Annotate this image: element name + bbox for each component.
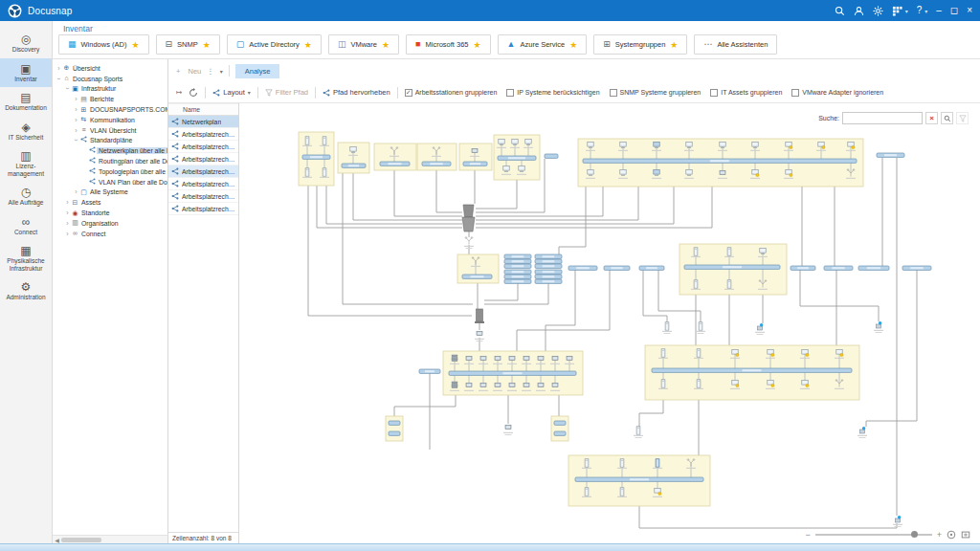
tree-item-organisation[interactable]: ›▥Organisation [53,218,167,229]
sidebar-item-alle-auftr-ge[interactable]: ◷Alle Aufträge [0,182,52,211]
checkbox-icon[interactable] [610,89,617,97]
favorite-star-icon[interactable]: ★ [382,40,390,50]
sidebar-item-administration[interactable]: ⚙Administration [0,276,52,306]
checkbox-it-assets-gruppieren[interactable]: IT Assets gruppieren [710,89,782,97]
tree-item-vlan-bersicht[interactable]: ›≡VLAN Übersicht [53,125,167,136]
wizard-systemgruppen[interactable]: ⊞Systemgruppen★ [593,34,687,55]
checkbox-arbeitsstationen-gruppieren[interactable]: ✓Arbeitsstationen gruppieren [405,89,498,97]
tree-item-netzwerkplan-ber-alle-dom-nen[interactable]: Netzwerkplan über alle Domänen [53,145,167,156]
expander-icon[interactable]: › [64,199,71,206]
refresh-icon[interactable] [189,88,198,98]
expander-icon[interactable]: › [73,127,79,134]
tree-item-connect[interactable]: ›∞Connect [53,229,167,239]
expander-icon[interactable]: › [64,231,71,237]
zoom-slider[interactable] [815,534,932,536]
expander-icon[interactable]: › [64,209,71,216]
tree-item-standardpl-ne[interactable]: ›Standardpläne [53,136,167,146]
analyse-tab[interactable]: Analyse [235,64,280,78]
expander-icon[interactable]: › [56,65,62,72]
favorite-star-icon[interactable]: ★ [131,40,139,50]
plan-row-arbeitsplatzrechne[interactable]: Arbeitsplatzrechne... [168,190,238,203]
tree-item-vlan-plan-ber-alle-dom-nen[interactable]: VLAN Plan über alle Domänen [53,177,167,187]
expander-icon[interactable]: › [64,220,71,227]
search-input[interactable] [842,112,923,124]
tree-item-berichte[interactable]: ›▤Berichte [53,94,167,104]
wizard-vmware[interactable]: ◫VMware★ [328,34,399,55]
tree-item-topologieplan-ber-alle-dom-nen[interactable]: Topologieplan über alle Domänen [53,166,167,177]
checkbox-icon[interactable] [710,89,718,97]
plan-row-arbeitsplatzrechne[interactable]: Arbeitsplatzrechne... [168,141,238,153]
settings-gear-icon[interactable] [873,6,883,16]
user-icon[interactable] [854,6,864,16]
sidebar-item-it-sicherheit[interactable]: ◈IT Sicherheit [0,117,52,146]
zoom-in-button[interactable]: + [937,531,942,540]
checkbox-icon[interactable] [791,89,799,97]
tree-item-kommunikation[interactable]: ›⇆Kommunikation [53,115,167,125]
wizard-windows-ad[interactable]: ▦Windows (AD)★ [58,34,149,55]
close-icon[interactable]: × [967,6,972,15]
zoom-out-button[interactable]: − [805,531,810,540]
expander-icon[interactable]: › [64,85,71,92]
tree-horizontal-scrollbar[interactable]: ◀ [53,535,168,543]
tree-item-standorte[interactable]: ›◉Standorte [53,208,167,218]
wizard-active-directory[interactable]: ▢Active Directory★ [227,34,322,55]
favorite-star-icon[interactable]: ★ [203,40,211,50]
diagram-canvas[interactable]: Suche: × − + [239,103,980,543]
wizard-snmp[interactable]: ⊟SNMP★ [156,34,220,55]
minimize-icon[interactable]: – [936,6,942,15]
fit-to-window-icon[interactable] [961,530,970,540]
scrollbar-thumb[interactable] [61,538,101,542]
pfad-hervorheben-button[interactable]: Pfad hervorheben [323,88,390,97]
plan-row-arbeitsplatzrechne[interactable]: Arbeitsplatzrechne... [168,128,238,141]
checkbox-icon[interactable] [506,89,514,97]
maximize-icon[interactable]: ◻ [950,6,958,15]
checkbox-vmware-adapter-ignorieren[interactable]: VMware Adapter ignorieren [791,89,883,97]
tree-item-docusnap-sports[interactable]: ›⌂Docusnap Sports [53,74,167,84]
sidebar-item-discovery[interactable]: ◎Discovery [0,29,52,58]
expand-icon[interactable]: ↦ [176,88,182,97]
wizard-azure-service[interactable]: ▲Azure Service★ [498,34,588,55]
network-plan-diagram[interactable] [239,103,980,543]
expander-icon[interactable]: › [73,188,79,195]
expander-icon[interactable]: › [73,137,79,143]
more-menu-button[interactable]: ⋮ [207,67,214,76]
sidebar-item-connect[interactable]: ∞Connect [0,211,52,241]
help-icon[interactable]: ? [917,6,923,15]
help-caret-icon[interactable]: ▾ [924,8,927,14]
tree-item-routingplan-ber-alle-dom-nen[interactable]: Routingplan über alle Domänen [53,156,167,166]
tree-item-infrastruktur[interactable]: ›▣Infrastruktur [53,84,167,95]
favorite-star-icon[interactable]: ★ [474,40,481,50]
plan-row-arbeitsplatzrechne[interactable]: Arbeitsplatzrechne... [168,165,238,178]
expander-icon[interactable]: › [73,117,79,123]
run-search-button[interactable] [941,112,953,124]
layout-button[interactable]: Layout▾ [212,88,251,97]
apps-grid-icon[interactable] [892,6,902,16]
plan-row-arbeitsplatzrechne[interactable]: Arbeitsplatzrechne... [168,203,238,215]
expander-icon[interactable]: › [73,106,79,113]
favorite-star-icon[interactable]: ★ [304,40,312,50]
wizard-alle-assistenten[interactable]: ⋯Alle Assistenten [694,34,777,55]
clear-search-button[interactable]: × [925,112,938,124]
zoom-slider-thumb[interactable] [911,531,918,538]
scroll-left-icon[interactable]: ◀ [53,537,61,543]
search-icon[interactable] [835,6,845,16]
sidebar-item-dokumentation[interactable]: ▤Dokumentation [0,87,52,117]
checkbox-ip-systeme-ber-cksichtigen[interactable]: IP Systeme berücksichtigen [506,89,599,97]
favorite-star-icon[interactable]: ★ [670,40,678,50]
sidebar-item-physikalische-infrastruktur[interactable]: ▦Physikalische Infrastruktur [0,240,52,276]
tree-item-alle-systeme[interactable]: ›▢Alle Systeme [53,187,167,198]
apps-caret-icon[interactable]: ▾ [905,8,908,14]
plan-row-arbeitsplatzrechne[interactable]: Arbeitsplatzrechne... [168,178,238,190]
zoom-reset-icon[interactable] [947,530,956,540]
sidebar-item-lizenz-management[interactable]: ▥Lizenz-management [0,145,52,182]
list-column-header[interactable]: Name [168,103,238,116]
tree-item-assets[interactable]: ›⊟Assets [53,197,167,208]
tree-item-docusnapsports-com[interactable]: ›⊞DOCUSNAPSPORTS.COM [53,104,167,115]
neu-button[interactable]: + Neu [176,67,201,76]
wizard-microsoft-365[interactable]: ■Microsoft 365★ [406,34,491,55]
tree-item-bersicht[interactable]: ›⊕Übersicht [53,63,167,74]
expander-icon[interactable]: › [56,76,62,82]
plan-row-arbeitsplatzrechne[interactable]: Arbeitsplatzrechne... [168,153,238,165]
checkbox-icon[interactable]: ✓ [405,89,412,97]
checkbox-snmp-systeme-gruppieren[interactable]: SNMP Systeme gruppieren [610,89,702,97]
